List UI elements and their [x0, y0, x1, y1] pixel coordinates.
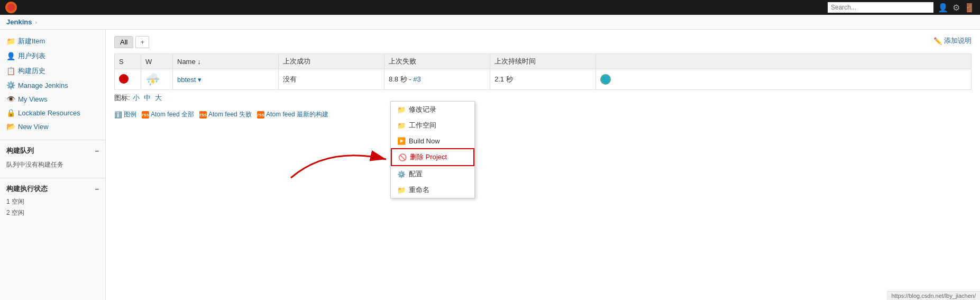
icon-size-small[interactable]: 小	[133, 94, 140, 102]
user-icon[interactable]: 👤	[938, 3, 948, 13]
logout-icon[interactable]: 🚪	[964, 3, 975, 13]
sidebar-item-label-lockable-resources: Lockable Resources	[18, 109, 80, 117]
gear-icon-configure: ⚙️	[397, 170, 406, 178]
dropdown-item-rename[interactable]: 📁 重命名	[391, 182, 474, 198]
my-views-icon: 👁️	[6, 95, 15, 103]
dropdown-item-configure[interactable]: ⚙️ 配置	[391, 166, 474, 182]
footer-link-legend[interactable]: ℹ️ 图例	[114, 110, 136, 119]
dropdown-menu: 📁 修改记录 📁 工作空间 ▶️ Build Now 🚫 删除 Project …	[390, 101, 475, 198]
icon-size-medium[interactable]: 中	[144, 94, 151, 102]
sidebar-item-label-manage-jenkins: Manage Jenkins	[18, 81, 68, 89]
build-queue-collapse[interactable]: −	[95, 147, 99, 155]
breadcrumb-separator: ›	[35, 19, 37, 25]
main-layout: 📁 新建Item 👤 用户列表 📋 构建历史 ⚙️ Manage Jenkins…	[0, 30, 980, 300]
search-input[interactable]	[828, 2, 933, 13]
build-executor-item-2: 2 空闲	[0, 207, 105, 219]
sidebar-item-label-my-views: My Views	[18, 95, 47, 103]
sidebar-item-label-new-view: New View	[18, 123, 49, 131]
last-success-cell: 没有	[279, 69, 384, 90]
footer-links: ℹ️ 图例 rss Atom feed 全部 rss Atom feed 失败 …	[114, 110, 972, 119]
rss-latest-icon: rss	[257, 111, 264, 119]
content-area: ✏️ 添加说明 All + S W Name ↓ 上次成功 上次失败 上次持续时…	[106, 30, 980, 300]
globe-icon: 🌐	[600, 74, 611, 85]
dropdown-item-build-now[interactable]: ▶️ Build Now	[391, 133, 474, 148]
sidebar-item-lockable-resources[interactable]: 🔒 Lockable Resources	[0, 106, 105, 120]
sidebar-item-my-views[interactable]: 👁️ My Views	[0, 92, 105, 106]
table-row: ⛈️ bbtest ▾ 没有 8.8 秒 - #3 2.1 秒 🌐	[115, 69, 972, 90]
topbar-logo	[5, 2, 17, 13]
status-red-icon	[119, 74, 129, 84]
sidebar-item-label-new-item: 新建Item	[18, 37, 45, 46]
dropdown-item-modify-record[interactable]: 📁 修改记录	[391, 102, 474, 117]
footer-link-atom-latest[interactable]: rss Atom feed 最新的构建	[257, 110, 328, 119]
col-header-last-duration: 上次持续时间	[490, 54, 596, 69]
col-header-actions	[596, 54, 972, 69]
tabs-row: All +	[114, 36, 972, 48]
folder-icon-workspace: 📁	[397, 121, 406, 130]
build-executor-item-1: 1 空闲	[0, 196, 105, 207]
svg-point-0	[7, 4, 15, 11]
builds-table: S W Name ↓ 上次成功 上次失败 上次持续时间	[114, 53, 972, 90]
tab-all[interactable]: All	[114, 36, 133, 48]
build-executor-section: 构建执行状态 − 1 空闲 2 空闲	[0, 178, 105, 219]
breadcrumb-jenkins[interactable]: Jenkins	[6, 18, 32, 26]
build-queue-empty: 队列中没有构建任务	[0, 158, 105, 171]
dropdown-trigger[interactable]: ▾	[198, 76, 202, 84]
dropdown-overlay: 📁 修改记录 📁 工作空间 ▶️ Build Now 🚫 删除 Project …	[390, 101, 475, 198]
build-executor-collapse[interactable]: −	[95, 185, 99, 193]
sidebar-item-manage-jenkins[interactable]: ⚙️ Manage Jenkins	[0, 78, 105, 92]
ban-icon: 🚫	[398, 153, 407, 161]
play-icon: ▶️	[397, 137, 406, 145]
icon-size-row: 图标: 小 中 大	[114, 93, 972, 103]
col-header-last-fail: 上次失败	[384, 54, 490, 69]
folder-icon-rename: 📁	[397, 186, 406, 194]
build-queue-section: 构建队列 − 队列中没有构建任务	[0, 140, 105, 171]
manage-jenkins-icon: ⚙️	[6, 81, 15, 89]
info-icon: ℹ️	[114, 111, 122, 119]
edit-icon: ✏️	[933, 37, 942, 45]
name-cell: bbtest ▾	[173, 69, 279, 90]
folder-icon-modify: 📁	[397, 105, 406, 114]
arrow-annotation	[286, 135, 391, 190]
table-header-row: S W Name ↓ 上次成功 上次失败 上次持续时间	[115, 54, 972, 69]
topbar-right: 👤 ⚙ 🚪	[828, 2, 975, 13]
jenkins-logo	[5, 2, 17, 13]
dropdown-item-workspace[interactable]: 📁 工作空间	[391, 117, 474, 133]
breadcrumb: Jenkins ›	[0, 15, 980, 30]
footer-link-atom-fail[interactable]: rss Atom feed 失败	[199, 110, 252, 119]
sidebar-item-new-view[interactable]: 📂 New View	[0, 120, 105, 133]
status-cell	[115, 69, 141, 90]
topbar: 👤 ⚙ 🚪	[0, 0, 980, 15]
job-link-bbtest[interactable]: bbtest	[177, 76, 196, 84]
last-fail-link[interactable]: #3	[413, 75, 420, 83]
footer-link-atom-all[interactable]: rss Atom feed 全部	[142, 110, 194, 119]
weather-cell: ⛈️	[141, 69, 173, 90]
tab-add[interactable]: +	[135, 36, 149, 48]
last-duration-cell: 2.1 秒	[490, 69, 596, 90]
sidebar-item-build-history[interactable]: 📋 构建历史	[0, 63, 105, 78]
sidebar-item-label-build-history: 构建历史	[18, 66, 45, 76]
status-bar: https://blog.csdn.net/lby_jiachen/	[887, 291, 980, 300]
build-executor-title: 构建执行状态 −	[0, 181, 105, 196]
last-fail-cell: 8.8 秒 - #3	[384, 69, 490, 90]
col-header-s: S	[115, 54, 141, 69]
sidebar-item-user-list[interactable]: 👤 用户列表	[0, 49, 105, 63]
new-view-icon: 📂	[6, 122, 15, 131]
add-description-link[interactable]: ✏️ 添加说明	[933, 36, 972, 46]
weather-stormy-icon: ⛈️	[145, 72, 160, 86]
globe-cell: 🌐	[596, 69, 972, 90]
col-header-last-success: 上次成功	[279, 54, 384, 69]
col-header-w: W	[141, 54, 173, 69]
sidebar-item-new-item[interactable]: 📁 新建Item	[0, 34, 105, 49]
build-queue-title: 构建队列 −	[0, 143, 105, 158]
settings-icon[interactable]: ⚙	[952, 3, 960, 13]
rss-all-icon: rss	[142, 111, 149, 119]
dropdown-item-delete-project[interactable]: 🚫 删除 Project	[391, 148, 474, 166]
rss-fail-icon: rss	[199, 111, 207, 119]
icon-size-large[interactable]: 大	[155, 94, 162, 102]
sidebar-item-label-user-list: 用户列表	[18, 51, 45, 61]
build-history-icon: 📋	[6, 67, 15, 75]
sidebar: 📁 新建Item 👤 用户列表 📋 构建历史 ⚙️ Manage Jenkins…	[0, 30, 106, 300]
new-item-icon: 📁	[6, 37, 15, 46]
col-header-name: Name ↓	[173, 54, 279, 69]
